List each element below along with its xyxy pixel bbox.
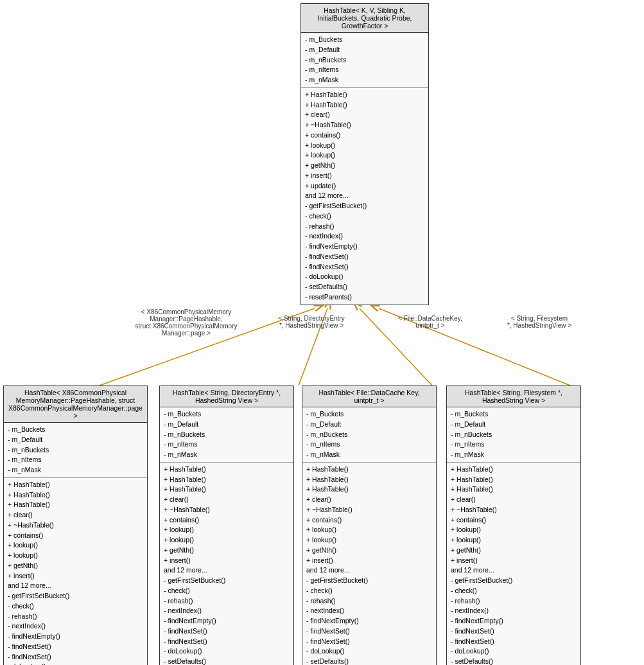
method-item: + contains()	[306, 515, 432, 526]
method-item: + HashTable()	[164, 475, 290, 485]
method-item: - findNextSet()	[8, 642, 143, 652]
method-item: + getNth()	[164, 545, 290, 556]
method-item: + HashTable()	[164, 465, 290, 475]
field-item: - m_nBuckets	[164, 430, 290, 440]
method-item: - rehash()	[164, 596, 290, 607]
field-item: - m_nMask	[164, 450, 290, 460]
method-item: - findNextSet()	[164, 626, 290, 637]
method-item: - getFirstSetBucket()	[306, 576, 432, 586]
method-item: and 12 more...	[305, 191, 424, 201]
field-item: - m_Buckets	[8, 425, 143, 435]
method-item: - rehash()	[451, 596, 577, 607]
field-item: - m_nItems	[451, 439, 577, 450]
method-item: - getFirstSetBucket()	[305, 201, 424, 211]
method-item: - doLookup()	[451, 646, 577, 657]
method-item: + HashTable()	[451, 475, 577, 485]
method-item: + clear()	[164, 495, 290, 505]
main-class-box: HashTable< K, V, Sibling K, InitialBucke…	[300, 3, 429, 305]
method-item: - doLookup()	[305, 272, 424, 282]
field-item: - m_Buckets	[164, 409, 290, 420]
field-item: - m_nBuckets	[305, 55, 424, 66]
method-item: + HashTable()	[306, 465, 432, 475]
method-item: - findNextSet()	[305, 262, 424, 272]
child4-class-title: HashTable< String, Filesystem *, HashedS…	[447, 386, 580, 407]
method-item: - nextIndex()	[305, 231, 424, 242]
method-item: and 12 more...	[451, 565, 577, 576]
method-item: - resetParents()	[305, 292, 424, 303]
field-item: - m_Buckets	[451, 409, 577, 420]
method-item: + ~HashTable()	[306, 505, 432, 515]
method-item: - findNextSet()	[451, 637, 577, 647]
method-item: - findNextSet()	[306, 637, 432, 647]
child1-class-fields: - m_Buckets - m_Default - m_nBuckets - m…	[4, 423, 147, 478]
method-item: + HashTable()	[305, 100, 424, 111]
method-item: - check()	[451, 586, 577, 596]
child2-class-fields: - m_Buckets - m_Default - m_nBuckets - m…	[160, 407, 293, 463]
method-item: - findNextSet()	[451, 626, 577, 637]
child3-class-title: HashTable< File::DataCache Key, uintptr_…	[302, 386, 436, 407]
method-item: + contains()	[451, 515, 577, 526]
field-item: - m_nMask	[8, 465, 143, 475]
method-item: - rehash()	[8, 612, 143, 622]
method-item: - findNextEmpty()	[306, 616, 432, 626]
method-item: + ~HashTable()	[451, 505, 577, 515]
method-item: - setDefaults()	[164, 657, 290, 665]
method-item: and 12 more...	[164, 565, 290, 576]
method-item: + ~HashTable()	[8, 520, 143, 531]
method-item: - nextIndex()	[8, 621, 143, 632]
field-item: - m_nMask	[305, 75, 424, 85]
method-item: + lookup()	[306, 525, 432, 535]
main-class-methods: + HashTable() + HashTable() + clear() + …	[301, 88, 428, 305]
method-item: + getNth()	[305, 161, 424, 171]
method-item: - doLookup()	[8, 662, 143, 665]
arrow-label-child2: < String, DirectoryEntry*, HashedStringV…	[266, 315, 356, 329]
method-item: + lookup()	[451, 525, 577, 535]
method-item: + contains()	[164, 515, 290, 526]
method-item: - getFirstSetBucket()	[164, 576, 290, 586]
method-item: - check()	[8, 601, 143, 612]
field-item: - m_nBuckets	[306, 430, 432, 440]
method-item: - nextIndex()	[164, 606, 290, 616]
method-item: - findNextSet()	[306, 626, 432, 637]
method-item: + HashTable()	[305, 90, 424, 100]
method-item: - getFirstSetBucket()	[451, 576, 577, 586]
child2-class-title: HashTable< String, DirectoryEntry *, Has…	[160, 386, 293, 407]
field-item: - m_nMask	[306, 450, 432, 460]
method-item: + contains()	[8, 531, 143, 541]
method-item: - findNextEmpty()	[305, 242, 424, 252]
child3-class-box: HashTable< File::DataCache Key, uintptr_…	[302, 386, 437, 665]
method-item: + HashTable()	[451, 484, 577, 495]
method-item: + insert()	[8, 571, 143, 581]
method-item: + ~HashTable()	[164, 505, 290, 515]
method-item: - setDefaults()	[305, 282, 424, 292]
main-class-title: HashTable< K, V, Sibling K, InitialBucke…	[301, 4, 428, 33]
child3-class-methods: + HashTable() + HashTable() + HashTable(…	[302, 463, 436, 665]
method-item: + contains()	[305, 130, 424, 141]
method-item: - nextIndex()	[451, 606, 577, 616]
method-item: + clear()	[306, 495, 432, 505]
field-item: - m_nBuckets	[8, 445, 143, 456]
main-class-fields: - m_Buckets - m_Default - m_nBuckets - m…	[301, 33, 428, 88]
method-item: + insert()	[306, 556, 432, 566]
method-item: + getNth()	[451, 545, 577, 556]
arrow-label-child4: < String, Filesystem*, HashedStringView …	[498, 315, 581, 329]
method-item: + lookup()	[164, 525, 290, 535]
method-item: + insert()	[451, 556, 577, 566]
method-item: + getNth()	[306, 545, 432, 556]
child4-class-fields: - m_Buckets - m_Default - m_nBuckets - m…	[447, 407, 580, 463]
field-item: - m_Buckets	[306, 409, 432, 420]
method-item: + HashTable()	[8, 500, 143, 510]
field-item: - m_nItems	[164, 439, 290, 450]
child4-class-methods: + HashTable() + HashTable() + HashTable(…	[447, 463, 580, 665]
child4-class-box: HashTable< String, Filesystem *, HashedS…	[446, 386, 581, 665]
method-item: + clear()	[8, 510, 143, 520]
field-item: - m_Buckets	[305, 35, 424, 45]
method-item: - check()	[306, 586, 432, 596]
method-item: + lookup()	[451, 535, 577, 545]
field-item: - m_nItems	[305, 65, 424, 75]
method-item: + HashTable()	[8, 480, 143, 490]
method-item: + lookup()	[8, 540, 143, 551]
child3-class-fields: - m_Buckets - m_Default - m_nBuckets - m…	[302, 407, 436, 463]
method-item: + lookup()	[164, 535, 290, 545]
method-item: - setDefaults()	[451, 657, 577, 665]
